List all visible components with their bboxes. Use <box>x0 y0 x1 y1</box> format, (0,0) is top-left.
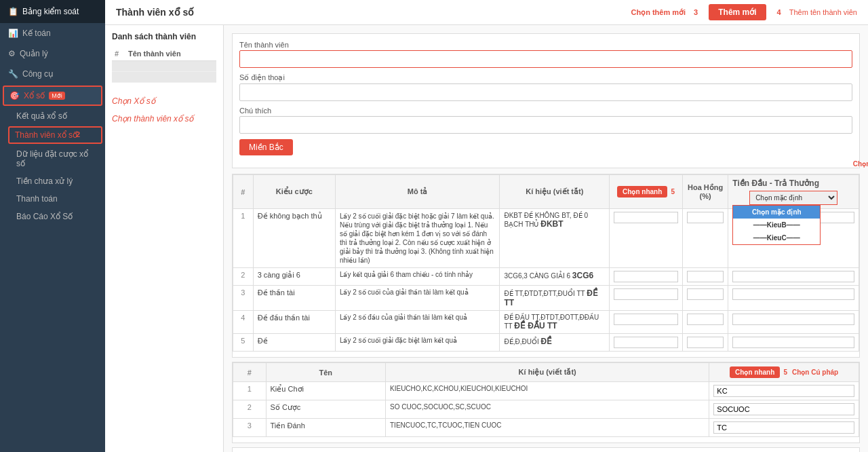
th-tien-dau: Tiền Đầu - Trả Thưởng Chọn mặc định ——Ki… <box>728 175 859 209</box>
chu-thich-input[interactable] <box>239 116 852 134</box>
kieu-hh-input-1[interactable] <box>687 212 724 223</box>
ten-num-2: 2 <box>233 400 267 419</box>
sidebar-item-ket-qua[interactable]: Kết quả xổ số <box>0 107 105 125</box>
kieu-name-2: 3 càng giải 6 <box>253 268 335 286</box>
sidebar-item-tien-chua[interactable]: Tiền chưa xử lý <box>0 172 105 190</box>
dashboard-icon: 📋 <box>8 7 18 16</box>
member-name-2 <box>125 72 216 83</box>
thanh-toan-label: Thanh toán <box>16 194 58 204</box>
kieu-mota-5: Lấy 2 số cuối giải đặc biệt làm kết quả <box>335 334 500 352</box>
kieu-tbd-input-5[interactable] <box>732 337 854 348</box>
ten-ki-input-1[interactable] <box>713 385 854 397</box>
them-moi-button[interactable]: Thêm mới <box>709 4 766 20</box>
right-panel: Tên thành viên Số điện thoại Chú thích M… <box>224 25 868 452</box>
kieu-hh-3 <box>682 286 728 311</box>
ten-input-3 <box>709 419 859 437</box>
kieu-hh-input-3[interactable] <box>687 288 724 300</box>
kieu-hh-4 <box>682 311 728 334</box>
kieu-tbd-input-3[interactable] <box>732 288 854 300</box>
sidebar-item-cong-cu[interactable]: 🔧 Công cụ <box>0 64 105 84</box>
tbd-dropdown-open: Chọn mặc định ——KieuB—— ——KieuC—— <box>732 205 821 245</box>
kieu-row-3: 3 Đề thần tài Lấy 2 số cuối của giải thầ… <box>233 286 859 311</box>
sidebar-item-du-lieu[interactable]: Dữ liệu đặt cược xổ số <box>0 145 105 172</box>
sdt-group: Số điện thoại <box>239 73 852 101</box>
thanh-vien-label: Thành viên xổ số <box>15 130 77 140</box>
th-hoa-hong: Hoa Hồng (%) <box>682 175 728 209</box>
xo-so-label: Xổ số <box>24 91 45 100</box>
annotation-3-label: 3 <box>694 8 698 16</box>
xo-so-icon: 🎯 <box>9 91 20 100</box>
kieu-hh-1 <box>682 209 728 268</box>
page-header: Thành viên xổ số Chọn thêm mới 3 Thêm mớ… <box>105 0 868 25</box>
annotation-5a: 5 <box>671 188 675 195</box>
ten-ki-input-3[interactable] <box>713 421 854 434</box>
sidebar-item-thanh-toan[interactable]: Thanh toán <box>0 190 105 208</box>
page-title: Thành viên xổ số <box>116 7 194 18</box>
tbd-dd-active[interactable]: Chọn mặc định <box>733 206 820 219</box>
th-chon-nhanh: Chọn nhanh 5 <box>610 175 683 209</box>
kieu-tbd-2 <box>728 268 859 286</box>
kieu-ki-4: ĐỀ ĐẦU TT,ĐTDT,ĐOTT,ĐĐẦU TT ĐỀ ĐẦU TT <box>500 311 610 334</box>
sidebar-header[interactable]: 📋 Bảng kiểm soát <box>0 0 105 23</box>
tbd-select[interactable]: Chọn mặc định ——KieuB—— ——KieuC—— <box>749 191 837 205</box>
member-name-1 <box>125 61 216 72</box>
bao-cao-label: Báo Cáo Xổ Số <box>16 212 73 221</box>
kieu-num-2: 2 <box>233 268 254 286</box>
kieu-hh-input-5[interactable] <box>687 337 724 348</box>
kieu-name-1: Đề không bạch thủ <box>253 209 335 268</box>
sidebar-item-ke-toan[interactable]: 📊 Kế toán <box>0 23 105 43</box>
member-row-2[interactable] <box>112 72 216 83</box>
quan-ly-label: Quản lý <box>20 49 48 58</box>
sdt-input[interactable] <box>239 83 852 101</box>
th-kieu: Kiểu cược <box>253 175 335 209</box>
kieu-cuoc-table: # Kiểu cược Mô tả Kí hiệu (viết tắt) Chọ… <box>233 174 859 352</box>
them-ten-annotation: Thêm tên thành viên <box>789 8 857 16</box>
kieu-tbd-4 <box>728 311 859 334</box>
ten-num-3: 3 <box>233 419 267 437</box>
ten-input-2 <box>709 400 859 419</box>
kieu-name-3: Đề thần tài <box>253 286 335 311</box>
ten-ki-input-2[interactable] <box>713 403 854 415</box>
kieu-input-1[interactable] <box>614 212 678 223</box>
sidebar-item-xo-so[interactable]: 🎯 Xổ số Mới 1 <box>3 86 102 106</box>
col-hash-header: # <box>112 47 125 61</box>
kieu-mota-1: Lấy 2 số cuối giải đặc biệt hoặc giải 7 … <box>335 209 500 268</box>
annotation-2: 2 <box>76 130 80 138</box>
kieu-tbd-input-2[interactable] <box>732 271 854 282</box>
ket-qua-label: Kết quả xổ số <box>16 111 67 121</box>
kieu-num-4: 4 <box>233 311 254 334</box>
kieu-name-5: Đề <box>253 334 335 352</box>
chon-nhanh-btn-1[interactable]: Chọn nhanh <box>617 186 667 197</box>
mien-bac-button[interactable]: Miền Bắc <box>239 139 293 155</box>
chu-thich-label: Chú thích <box>239 107 852 115</box>
xo-so-badge: Mới <box>49 92 65 100</box>
kieu-input-5[interactable] <box>614 337 678 348</box>
tbd-dd-kieuc[interactable]: ——KieuC—— <box>733 231 820 244</box>
member-table: # Tên thành viên <box>112 47 216 83</box>
tbd-dd-kieub[interactable]: ——KieuB—— <box>733 219 820 231</box>
chon-nhanh-btn-2[interactable]: Chọn nhanh <box>730 366 780 378</box>
th-mota: Mô tả <box>335 175 500 209</box>
kieu-input-3[interactable] <box>614 288 678 300</box>
th2-ten: Tên <box>266 363 385 382</box>
kieu-input-2[interactable] <box>614 271 678 282</box>
sidebar-item-quan-ly[interactable]: ⚙ Quản lý <box>0 43 105 64</box>
kieu-name-4: Đề đầu thần tài <box>253 311 335 334</box>
sidebar-item-thanh-vien[interactable]: Thành viên xổ số 2 <box>8 126 102 144</box>
th2-num: # <box>233 363 267 382</box>
member-row-1[interactable] <box>112 61 216 72</box>
left-panel: Danh sách thành viên # Tên thành viên <box>105 25 224 452</box>
ten-input[interactable] <box>239 50 852 68</box>
kieu-hh-input-2[interactable] <box>687 271 724 282</box>
ten-ki-3: TIENCUOC,TC,TCUOC,TIEN CUOC <box>386 419 709 437</box>
sidebar-item-bao-cao[interactable]: Báo Cáo Xổ Số <box>0 208 105 225</box>
kieu-btn-5 <box>610 334 683 352</box>
kieu-input-4[interactable] <box>614 314 678 325</box>
kieu-tbd-input-4[interactable] <box>732 314 854 325</box>
sdt-label: Số điện thoại <box>239 73 852 82</box>
sidebar-header-label: Bảng kiểm soát <box>22 7 79 16</box>
ten-input-1 <box>709 382 859 400</box>
quan-ly-icon: ⚙ <box>8 49 16 58</box>
member-num-1 <box>112 61 125 72</box>
kieu-hh-input-4[interactable] <box>687 314 724 325</box>
